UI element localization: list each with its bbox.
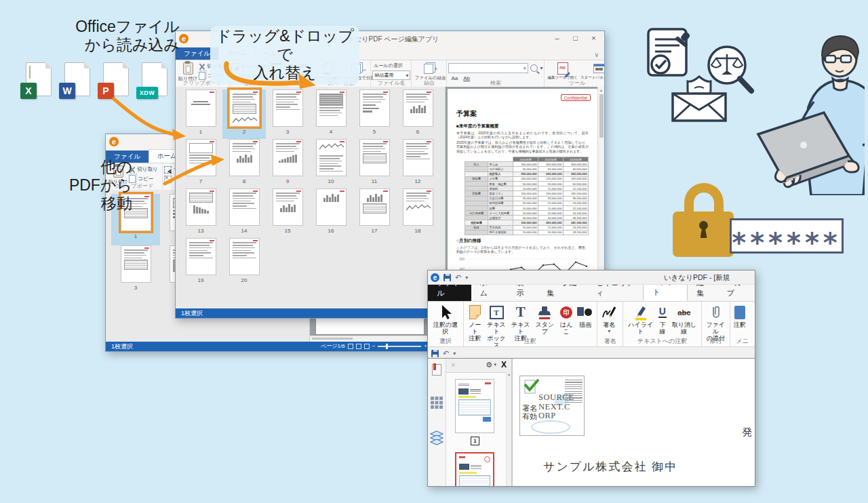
confidential-mark — [383, 190, 388, 193]
select-all-icon — [164, 166, 172, 174]
attach-file-button[interactable]: ファイル の添付 — [704, 303, 728, 342]
page-thumbnail[interactable]: 3 — [111, 245, 160, 297]
confidential-mark — [210, 240, 214, 242]
shapes-icon — [577, 306, 593, 319]
powerpoint-file-icon: P — [98, 62, 129, 100]
panel-close-button[interactable]: X — [501, 360, 507, 369]
save-button[interactable] — [431, 350, 439, 357]
h-scrollbar[interactable] — [310, 336, 433, 342]
maximize-button[interactable]: □ — [566, 31, 585, 45]
note-annotation-button[interactable]: ノート 注釈 — [466, 303, 485, 342]
page-thumbnail[interactable]: 7 — [179, 139, 222, 188]
zoom-slider[interactable] — [378, 346, 421, 347]
chevron-down-icon: ▾ — [608, 328, 610, 335]
stamp-icon — [538, 305, 551, 320]
password-field[interactable]: ****** — [730, 218, 844, 254]
app-logo-icon: e — [431, 273, 439, 282]
strikethrough-button[interactable]: abc取り消し線 — [669, 303, 699, 335]
budget-table-row: 収入売上高500,000,000550,000,000605,000,000 — [465, 162, 589, 167]
group-attach: ファイル の添付 添付 — [702, 302, 730, 346]
page-number: 4 — [330, 129, 332, 135]
page-number: 3 — [134, 285, 137, 291]
paragraph: 2025年度の予算案では、収入および各種費用が前年と比較して大きく増加しており、… — [456, 140, 589, 153]
undo-button[interactable]: ↶ — [443, 350, 449, 357]
view-mode-button[interactable] — [356, 344, 361, 349]
annotation-menu-button[interactable]: 注釈 — [732, 303, 747, 328]
page-thumbnail-1[interactable] — [455, 379, 494, 433]
page-thumbnail[interactable]: 8 — [222, 139, 266, 188]
page-thumbnail[interactable]: 17 — [353, 188, 396, 238]
page-thumbnail[interactable]: 10 — [309, 139, 353, 188]
page-thumbnail[interactable]: 11 — [353, 139, 396, 188]
page-number: 6 — [416, 129, 419, 135]
note-icon — [469, 305, 481, 319]
budget-table-row: 設備投資40,000,00044,000,00048,400,000 — [465, 216, 589, 220]
page-thumbnail[interactable]: 20 — [222, 238, 266, 287]
page-thumbnail[interactable]: 13 — [179, 188, 222, 238]
page-thumbnail[interactable]: 1 — [179, 89, 222, 139]
page-thumbnail[interactable]: 19 — [179, 238, 222, 287]
page-thumbnail[interactable]: 18 — [396, 188, 439, 238]
paste-icon — [183, 62, 193, 75]
select-annotation-button[interactable]: 注釈の選択 — [430, 303, 461, 335]
search-icon[interactable] — [530, 64, 538, 72]
rule-select-label: ルールの選択 — [372, 62, 403, 69]
budget-table-row: 固定費人件費200,000,000220,000,000242,000,000 — [465, 176, 589, 181]
gear-icon[interactable]: ⚙ — [486, 361, 492, 369]
budget-table-row: その他収入50,000,00055,000,00060,500,000 — [465, 167, 589, 172]
confidential-mark — [383, 141, 388, 143]
page-thumbnail[interactable]: 9 — [266, 139, 309, 188]
panel-scrollbar[interactable]: ▲ — [506, 372, 511, 486]
page-number: 3 — [286, 129, 289, 135]
page-thumbnail[interactable]: 4 — [309, 89, 353, 139]
status-bar: 1枚選択 ページ1/6 − + — [106, 342, 433, 351]
page-thumbnail-2-selected[interactable] — [455, 452, 494, 487]
layers-icon[interactable] — [430, 430, 443, 445]
page-thumbnail[interactable]: 3 — [266, 89, 309, 139]
undo-button[interactable]: ↶ — [455, 274, 461, 281]
recipient-text: サンプル株式会社 御中 — [543, 459, 677, 475]
page-thumbnail[interactable]: 14 — [222, 188, 266, 238]
highlight-button[interactable]: ハイライト — [625, 303, 656, 335]
document-page: 署名有効 SOURCENEXT.CORP サンプル株式会社 御中 発 — [513, 359, 755, 486]
underline-button[interactable]: U下線 — [656, 303, 669, 335]
budget-table: 2024年度 2025年度 2026年度 収入売上高500,000,000550… — [465, 157, 589, 235]
signature-button[interactable]: 署名 ▾ — [599, 303, 618, 335]
minimize-button[interactable]: – — [548, 31, 566, 45]
view-mode-button[interactable] — [364, 344, 370, 349]
budget-table-row: 税引き後利益15,000,00016,500,00018,150,000 — [465, 230, 589, 235]
ribbon-collapse-button[interactable]: ∨ — [589, 50, 604, 60]
rule-select-dropdown[interactable]: 納品書用▾ — [372, 71, 410, 80]
cut-button[interactable]: 切り取り — [129, 166, 157, 173]
page-thumbnail-selected[interactable]: 2 — [222, 89, 266, 139]
stamp-button[interactable]: スタンプ — [533, 303, 557, 335]
clipped-text: 発 — [742, 426, 752, 439]
pages-grid-icon[interactable] — [431, 397, 443, 409]
hanko-button[interactable]: 印はんこ — [557, 303, 576, 335]
lock-icon — [673, 212, 734, 257]
page-thumbnail[interactable]: 5 — [353, 89, 396, 139]
view-mode-button[interactable] — [348, 344, 353, 349]
annotation-drag-drop: ドラッグ&ドロップで 入れ替え — [210, 26, 359, 85]
search-input[interactable]: ▾ — [448, 63, 528, 73]
qat-customize-button[interactable]: ▾ — [465, 275, 468, 281]
toolbar-options-button[interactable]: ▾ — [453, 350, 456, 357]
page-thumbnail[interactable]: 12 — [396, 139, 439, 188]
zoom-out-button[interactable]: − — [372, 342, 376, 351]
close-button[interactable]: × — [585, 31, 603, 45]
page-thumbnail[interactable]: 16 — [309, 188, 353, 238]
open-edit-tool-button[interactable]: PDF編集ツールで開く — [546, 62, 579, 81]
bookmark-icon[interactable] — [432, 364, 441, 376]
group-select: 注釈の選択 選択 — [428, 302, 464, 346]
group-search: ▾ ▾ Aa Ab 検索 — [447, 60, 545, 87]
cursor-icon — [437, 304, 454, 321]
page-thumbnail[interactable]: 6 — [396, 89, 439, 139]
group-text-annotation: ハイライト U下線 abc取り消し線 テキストへの注釈 — [623, 302, 701, 346]
draw-button[interactable]: 描画 — [576, 303, 595, 328]
open-start-panel-button[interactable]: スタートパネルを開く — [579, 62, 605, 81]
page-thumbnail[interactable]: 15 — [266, 188, 309, 238]
confidential-mark — [144, 196, 149, 198]
page-number: 13 — [198, 228, 204, 234]
text-annotation-button[interactable]: Tテキスト 注釈 — [509, 303, 533, 342]
save-button[interactable] — [443, 274, 451, 281]
